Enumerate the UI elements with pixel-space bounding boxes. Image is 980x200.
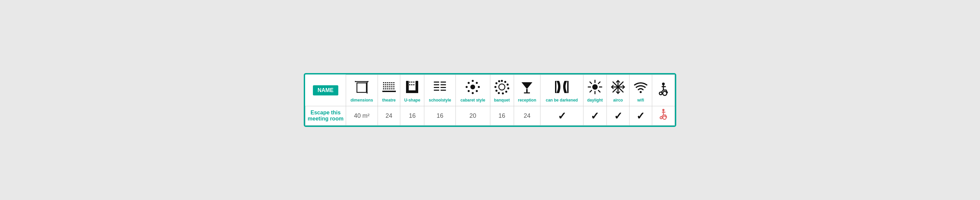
svg-rect-16 [389,84,390,85]
cell-daylight: ✓ [583,106,606,125]
svg-rect-42 [441,81,446,83]
svg-rect-36 [411,81,412,83]
svg-marker-70 [522,82,532,89]
svg-rect-19 [383,86,384,87]
svg-rect-28 [389,88,390,89]
svg-line-80 [590,82,592,84]
svg-point-59 [501,80,503,82]
svg-rect-47 [434,90,439,91]
svg-rect-34 [406,90,418,93]
svg-point-64 [502,92,504,94]
dimensions-icon [354,79,369,97]
col-header-ushape: U-shape [400,75,424,106]
svg-rect-30 [393,88,395,89]
cell-banquet: 16 [490,106,514,125]
col-header-daylight: daylight [583,75,606,106]
svg-point-69 [498,80,500,82]
svg-point-49 [470,85,475,89]
svg-point-75 [592,84,598,90]
svg-rect-27 [387,88,388,89]
svg-marker-6 [366,92,368,94]
col-label-cabaret: cabaret style [461,98,485,103]
col-header-dimensions: dimensions [346,75,378,106]
svg-point-58 [499,84,505,90]
svg-rect-45 [434,87,439,88]
svg-rect-8 [385,82,387,83]
cell-ushape: 16 [400,106,424,125]
svg-rect-21 [387,86,388,87]
svg-point-63 [505,91,507,93]
svg-rect-44 [441,84,446,85]
cabaret-icon [465,79,480,97]
svg-point-96 [640,91,642,93]
name-badge: NAME [313,85,338,95]
svg-rect-39 [411,84,412,85]
col-label-dimensions: dimensions [350,98,373,103]
airco-icon [611,79,625,97]
svg-rect-24 [393,86,395,87]
svg-rect-40 [413,84,415,85]
svg-line-82 [598,82,600,84]
svg-point-62 [507,87,509,89]
svg-point-101 [663,116,666,119]
svg-point-51 [476,82,478,84]
svg-rect-26 [385,88,387,89]
room-name: Escape this meeting room [305,106,346,125]
col-header-wifi: wifi [630,75,652,106]
col-label-ushape: U-shape [404,98,420,103]
svg-point-99 [659,92,662,95]
svg-point-65 [498,92,500,94]
svg-marker-1 [355,81,356,82]
svg-rect-46 [441,87,446,88]
svg-rect-43 [434,84,439,85]
col-label-airco: airco [613,98,623,103]
cell-cabaret: 20 [456,106,490,125]
svg-rect-18 [393,84,395,85]
svg-rect-20 [385,86,387,87]
svg-point-52 [478,86,480,88]
col-header-cabaret: cabaret style [456,75,490,106]
col-label-reception: reception [518,98,536,103]
col-header-airco: airco [607,75,630,106]
meeting-room-table: NAME [304,73,676,127]
svg-rect-31 [382,91,396,92]
cell-darkened: ✓ [541,106,583,125]
svg-rect-25 [383,88,384,89]
svg-rect-38 [409,84,410,85]
wifi-icon [633,79,648,97]
svg-rect-14 [385,84,387,85]
col-header-theatre: theatre [377,75,400,106]
svg-rect-12 [393,82,395,83]
cell-wifi: ✓ [630,106,652,125]
svg-rect-15 [387,84,388,85]
svg-rect-23 [391,86,393,87]
col-header-reception: reception [514,75,541,106]
col-label-darkened: can be darkened [546,98,578,103]
banquet-icon [495,79,509,97]
table-row: Escape this meeting room 40 m² 24 16 16 … [305,106,675,125]
cell-dimensions: 40 m² [346,106,378,125]
svg-rect-71 [526,89,528,92]
col-header-darkened: can be darkened [541,75,583,106]
col-label-schoolstyle: schoolstyle [429,98,451,103]
svg-rect-10 [389,82,390,83]
svg-point-57 [468,82,470,84]
svg-point-68 [495,82,498,84]
theatre-icon [382,79,396,97]
svg-point-61 [507,84,509,86]
svg-point-98 [663,91,667,95]
svg-rect-41 [434,81,439,83]
schoolstyle-icon [433,79,447,97]
svg-rect-11 [391,82,393,83]
svg-rect-3 [357,83,366,92]
col-label-daylight: daylight [587,98,603,103]
svg-point-67 [495,86,496,88]
col-label-theatre: theatre [382,98,396,103]
svg-point-66 [495,90,498,92]
svg-point-55 [468,90,470,92]
reception-icon [519,79,535,97]
svg-point-54 [472,92,474,94]
col-header-schoolstyle: schoolstyle [424,75,456,106]
cell-airco: ✓ [607,106,630,125]
svg-rect-35 [409,81,410,83]
